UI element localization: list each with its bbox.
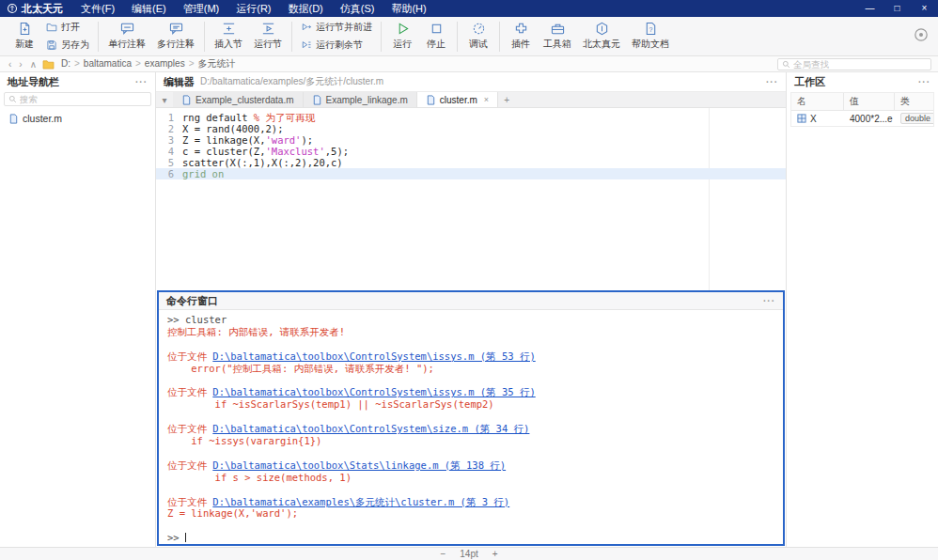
- address-nav-more-button[interactable]: ···: [135, 77, 148, 87]
- file-icon: [8, 114, 19, 124]
- minimize-button[interactable]: —: [856, 0, 883, 17]
- run-remaining-button[interactable]: 运行剩余节: [297, 38, 376, 53]
- run-section-advance-button[interactable]: 运行节并前进: [297, 20, 376, 35]
- stop-button[interactable]: 停止: [420, 20, 452, 53]
- error-file-link[interactable]: D:\baltamatica\toolbox\ControlSystem\iss…: [212, 350, 535, 362]
- column-header-name[interactable]: 名: [791, 93, 844, 110]
- maximize-button[interactable]: □: [883, 0, 911, 17]
- code-editor[interactable]: 1rng default % 为了可再现2X = rand(4000,2);3Z…: [156, 108, 786, 290]
- breadcrumb-item[interactable]: examples: [142, 58, 188, 69]
- code-line[interactable]: 3Z = linkage(X,'ward');: [156, 134, 786, 146]
- breadcrumb-separator: >: [188, 58, 195, 69]
- debug-button[interactable]: 调试: [462, 20, 494, 53]
- new-tab-button[interactable]: +: [498, 92, 515, 107]
- menu-item[interactable]: 仿真(S): [332, 0, 383, 17]
- tab-close-icon[interactable]: ×: [484, 95, 489, 104]
- code-line[interactable]: 1rng default % 为了可再现: [156, 112, 786, 123]
- help-docs-icon: ?: [644, 22, 658, 36]
- menu-item[interactable]: 文件(F): [72, 0, 123, 17]
- run-section-advance-icon: [301, 22, 312, 33]
- plugins-button[interactable]: 插件: [505, 20, 537, 53]
- toolbox-button[interactable]: 工具箱: [539, 20, 576, 53]
- column-header-value[interactable]: 值: [844, 93, 895, 110]
- menu-item[interactable]: 帮助(H): [383, 0, 434, 17]
- error-file-link[interactable]: D:\baltamatica\toolbox\Stats\linkage.m (…: [212, 459, 506, 471]
- editor-header: 编辑器 D:/baltamatica/examples/多元统计/cluster…: [156, 72, 786, 91]
- save-as-button[interactable]: 另存为: [42, 38, 93, 53]
- stop-icon: [430, 22, 444, 36]
- console-text: >> cluster: [167, 314, 227, 325]
- error-file-link[interactable]: D:\baltamatica\toolbox\ControlSystem\siz…: [212, 423, 529, 434]
- line-number: 3: [156, 134, 182, 146]
- console-line: if ~issys(varargin{1}): [167, 435, 774, 447]
- workspace-panel: 工作区 ··· 名 值 类 X 4000*2...e double: [786, 72, 938, 547]
- breadcrumb-item[interactable]: 多元统计: [195, 58, 239, 69]
- command-window-more-button[interactable]: ···: [763, 296, 775, 306]
- code-line[interactable]: 5scatter(X(:,1),X(:,2),20,c): [156, 157, 786, 168]
- command-input-area[interactable]: >> cluster控制工具箱: 内部错误, 请联系开发者!位于文件 D:\ba…: [159, 310, 783, 544]
- open-button[interactable]: 打开: [42, 20, 93, 35]
- console-text: 控制工具箱: 内部错误, 请联系开发者!: [167, 326, 345, 337]
- console-line: 位于文件 D:\baltamatica\toolbox\ControlSyste…: [167, 423, 774, 435]
- tab-example-linkage[interactable]: Example_linkage.m: [304, 92, 417, 107]
- run-section-icon: [261, 22, 275, 36]
- editor-column: 编辑器 D:/baltamatica/examples/多元统计/cluster…: [156, 72, 786, 547]
- workspace-title: 工作区: [794, 75, 825, 89]
- file-item-cluster[interactable]: cluster.m: [0, 111, 155, 126]
- workspace-more-button[interactable]: ···: [918, 77, 930, 87]
- close-button[interactable]: ×: [911, 0, 938, 17]
- beitai-zhenyuan-button[interactable]: 北太真元: [578, 20, 625, 53]
- assistant-button[interactable]: [914, 27, 929, 46]
- console-line: [167, 520, 774, 532]
- run-section-button[interactable]: 运行节: [249, 20, 287, 53]
- console-line: 位于文件 D:\baltamatica\toolbox\ControlSyste…: [167, 350, 774, 363]
- console-text: error("控制工具箱: 内部错误, 请联系开发者! ");: [167, 363, 434, 374]
- code-line[interactable]: 4c = cluster(Z,'Maxclust',5);: [156, 146, 786, 157]
- error-file-link[interactable]: D:\baltamatica\examples\多元统计\cluster.m (…: [212, 496, 509, 507]
- plugins-icon: [514, 22, 528, 36]
- insert-section-icon: [222, 22, 236, 36]
- tab-list-dropdown-button[interactable]: ▾: [156, 92, 173, 107]
- menu-item[interactable]: 数据(D): [280, 0, 332, 17]
- console-text: Z = linkage(X,'ward');: [167, 507, 298, 519]
- workspace-row[interactable]: X 4000*2...e double: [791, 111, 933, 126]
- breadcrumb-item[interactable]: baltamatica: [81, 58, 134, 69]
- menu-item[interactable]: 运行(R): [227, 0, 279, 17]
- nav-search-input[interactable]: [20, 94, 147, 104]
- font-increase-button[interactable]: +: [490, 549, 501, 559]
- tab-example-clusterdata[interactable]: Example_clusterdata.m: [173, 92, 304, 107]
- code-text: X = rand(4000,2);: [182, 123, 283, 134]
- console-line: if s > size(methods, 1): [167, 472, 774, 484]
- line-number: 5: [156, 157, 182, 168]
- tab-cluster[interactable]: cluster.m ×: [417, 92, 498, 107]
- menu-item[interactable]: 编辑(E): [123, 0, 175, 17]
- run-icon: [396, 22, 410, 36]
- insert-section-button[interactable]: 插入节: [210, 20, 247, 53]
- single-comment-icon: [120, 22, 134, 36]
- up-button[interactable]: ∧: [26, 59, 40, 70]
- run-button[interactable]: 运行: [386, 20, 418, 53]
- single-comment-button[interactable]: 单行注释: [103, 20, 150, 53]
- workspace-table-header: 名 值 类: [791, 93, 933, 111]
- code-line[interactable]: 2X = rand(4000,2);: [156, 123, 786, 134]
- new-button[interactable]: 新建: [8, 20, 40, 53]
- line-number: 1: [156, 112, 182, 123]
- console-text: if ~isScarlarSys(temp1) || ~isScarlarSys…: [167, 398, 494, 410]
- code-line[interactable]: 6grid on: [156, 168, 786, 179]
- app-name: 北太天元: [22, 2, 63, 16]
- column-header-class[interactable]: 类: [895, 93, 933, 110]
- breadcrumb-item[interactable]: D:: [58, 58, 73, 69]
- breadcrumb-separator: >: [134, 58, 142, 69]
- back-button[interactable]: ‹: [5, 59, 15, 70]
- console-text: >>: [167, 532, 185, 543]
- text-cursor: [185, 533, 186, 542]
- line-number: 2: [156, 123, 182, 134]
- help-docs-button[interactable]: ? 帮助文档: [627, 20, 674, 53]
- forward-button[interactable]: ›: [15, 59, 25, 70]
- font-decrease-button[interactable]: −: [437, 549, 448, 559]
- menu-item[interactable]: 管理(M): [175, 0, 228, 17]
- global-search-input[interactable]: [793, 59, 927, 70]
- editor-more-button[interactable]: ···: [766, 77, 778, 87]
- multi-comment-button[interactable]: 多行注释: [152, 20, 199, 53]
- error-file-link[interactable]: D:\baltamatica\toolbox\ControlSystem\iss…: [212, 386, 535, 397]
